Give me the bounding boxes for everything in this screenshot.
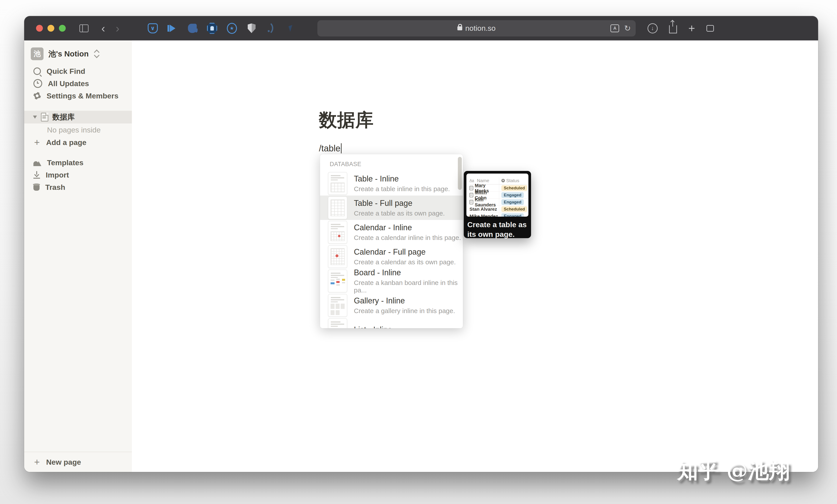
share-icon[interactable] <box>669 25 677 33</box>
menu-item-subtitle: Create a table as its own page. <box>354 210 445 217</box>
add-a-page-label: Add a page <box>46 138 86 147</box>
slash-command-input[interactable]: /table <box>319 143 342 154</box>
new-page-label: New page <box>46 458 81 466</box>
menu-item-subtitle: Create a calendar as its own page. <box>354 258 456 266</box>
menu-item-gallery-inline[interactable]: Gallery - Inline Create a gallery inline… <box>320 293 463 318</box>
recorder-extension-icon[interactable]: ★ <box>227 23 237 33</box>
cell-name: Mike Mendez <box>469 214 498 217</box>
table-inline-thumbnail-icon <box>328 172 347 195</box>
tooltip-caption: Create a table as its own page. <box>466 217 529 239</box>
menu-item-subtitle: Create a table inline in this page. <box>354 185 450 193</box>
menu-item-table-full-page[interactable]: Table - Full page Create a table as its … <box>320 196 463 220</box>
table-preview-image: Aa Name Status Mary Meeks Scheduled <box>466 174 529 217</box>
tab-overview-icon[interactable] <box>707 25 714 32</box>
sidebar-item-label: Trash <box>45 183 65 192</box>
sidebar-item-label: Import <box>46 171 69 179</box>
menu-item-board-inline[interactable]: Board - Inline Create a kanban board inl… <box>320 269 463 293</box>
sidebar-item-label: Quick Find <box>47 67 85 76</box>
table-row: Mike Mendez Engaged <box>469 213 529 217</box>
calendar-inline-thumbnail-icon <box>328 221 347 244</box>
reload-icon[interactable]: ↻ <box>624 24 630 33</box>
sidebar-item-templates[interactable]: Templates <box>24 157 132 169</box>
workspace-switcher[interactable]: 池 池's Notion <box>24 40 132 61</box>
search-icon <box>33 68 41 75</box>
no-pages-inside-label: No pages inside <box>24 124 132 136</box>
page-item-label: 数据库 <box>52 112 75 122</box>
table-full-page-thumbnail-icon <box>328 196 347 219</box>
sidebar-item-label: Settings & Members <box>47 92 119 100</box>
import-icon <box>33 171 40 179</box>
toolbar-right: ↓ + <box>647 23 714 34</box>
workspace-avatar: 池 <box>31 48 43 60</box>
menu-section-label: DATABASE <box>320 154 463 171</box>
menu-item-subtitle: Create a gallery inline in this page. <box>354 307 455 314</box>
clock-icon <box>33 79 42 88</box>
close-button[interactable] <box>36 25 43 32</box>
name-column-header: Name <box>477 178 489 183</box>
extensions-toolbar: ∨ ★ <box>148 23 296 33</box>
address-bar[interactable]: notion.so A ↻ <box>317 20 636 36</box>
playback-speed-extension-icon[interactable] <box>167 23 178 33</box>
sidebar-item-quick-find[interactable]: Quick Find <box>24 65 132 77</box>
content-blocker-extension-icon[interactable] <box>207 23 217 33</box>
sidebar-item-import[interactable]: Import <box>24 169 132 181</box>
page-icon <box>469 200 473 204</box>
status-badge: Engaged <box>501 213 524 217</box>
menu-item-subtitle: Create a calendar inline in this page. <box>354 234 461 241</box>
browser-titlebar: ‹ › ∨ ★ notion.so A ↻ ↓ + <box>24 16 818 40</box>
status-badge: Scheduled <box>501 185 527 191</box>
page-content: 数据库 /table DATABASE Table - Inline Creat… <box>132 40 818 472</box>
sidebar-item-label: Templates <box>47 158 84 167</box>
pointer-cursor-icon <box>286 23 296 33</box>
downloads-icon[interactable]: ↓ <box>647 23 658 33</box>
status-badge: Scheduled <box>501 206 527 212</box>
back-button[interactable]: ‹ <box>101 23 105 34</box>
expand-toggle-icon[interactable] <box>33 115 37 119</box>
board-inline-thumbnail-icon <box>328 270 347 292</box>
menu-item-table-inline[interactable]: Table - Inline Create a table inline in … <box>320 171 463 196</box>
pocket-extension-icon[interactable]: ∨ <box>148 23 158 33</box>
menu-item-calendar-full-page[interactable]: Calendar - Full page Create a calendar a… <box>320 244 463 269</box>
sidebar-item-trash[interactable]: Trash <box>24 181 132 193</box>
menu-item-list-inline[interactable]: List - Inline <box>320 318 463 328</box>
workspace-name: 池's Notion <box>48 49 89 59</box>
gear-icon <box>33 92 41 100</box>
menu-item-title: Table - Inline <box>354 174 450 183</box>
shield-extension-icon[interactable] <box>247 23 257 33</box>
url-text: notion.so <box>465 24 496 33</box>
rss-extension-icon[interactable] <box>266 23 277 33</box>
page-icon <box>469 186 473 190</box>
templates-icon <box>33 159 41 166</box>
new-tab-icon[interactable]: + <box>689 23 695 34</box>
forward-button[interactable]: › <box>115 23 119 34</box>
sidebar-page-item-selected[interactable]: 数据库 <box>24 111 132 124</box>
page-title[interactable]: 数据库 <box>319 108 374 132</box>
watermark: 知乎 @池翔 <box>677 456 790 485</box>
minimize-button[interactable] <box>48 25 54 32</box>
menu-item-title: Gallery - Inline <box>354 296 455 305</box>
cell-name: Stan Alvarez <box>469 206 497 212</box>
translate-icon[interactable]: A <box>610 24 619 32</box>
add-a-page-button[interactable]: + Add a page <box>24 136 132 148</box>
lock-icon <box>458 26 462 30</box>
menu-item-title: Board - Inline <box>354 268 463 277</box>
workspace-switch-icon <box>95 50 99 57</box>
window-controls <box>36 25 66 32</box>
list-inline-thumbnail-icon <box>328 318 347 328</box>
select-property-icon <box>501 179 505 182</box>
notion-app: 池 池's Notion Quick Find All Updates Sett… <box>24 40 818 472</box>
page-icon <box>41 113 48 122</box>
evernote-extension-icon[interactable] <box>187 23 197 33</box>
new-page-button[interactable]: + New page <box>24 452 132 472</box>
menu-item-subtitle: Create a kanban board inline in this pa.… <box>354 279 463 294</box>
status-badge: Engaged <box>501 192 524 198</box>
page-icon <box>469 193 473 197</box>
zoom-button[interactable] <box>59 25 66 32</box>
menu-item-calendar-inline[interactable]: Calendar - Inline Create a calendar inli… <box>320 220 463 244</box>
menu-item-title: Table - Full page <box>354 199 445 208</box>
sidebar-item-settings-members[interactable]: Settings & Members <box>24 90 132 102</box>
slash-command-menu: DATABASE Table - Inline Create a table i… <box>320 154 463 328</box>
sidebar-item-all-updates[interactable]: All Updates <box>24 77 132 90</box>
sidebar-toggle-icon[interactable] <box>79 24 89 32</box>
menu-scrollbar[interactable] <box>458 157 462 190</box>
